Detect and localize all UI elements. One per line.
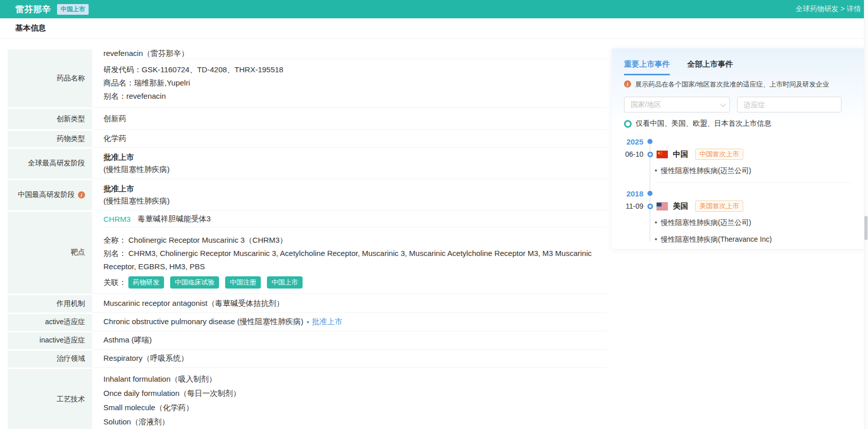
row-label: 创新类型	[8, 109, 92, 129]
breadcrumb[interactable]: 全球药物研发 > 详情	[796, 5, 861, 14]
year-dot-icon	[647, 139, 653, 144]
launch-timeline: 2025 06-10 中国 中国首次上市	[624, 136, 853, 244]
table-row-active-indication: active适应症 Chronic obstructive pulmonary …	[8, 313, 607, 331]
events-hint-text: 展示药品在各个国家/地区首次批准的适应症、上市时间及研发企业	[635, 80, 829, 89]
radio-label: 仅看中国、美国、欧盟、日本首次上市信息	[636, 119, 771, 128]
timeline-group-china: 2025 06-10 中国 中国首次上市	[624, 136, 853, 183]
row-label: 靶点	[8, 212, 92, 294]
row-label: active适应症	[8, 314, 92, 331]
innovation-type-value: 创新药	[92, 108, 607, 130]
timeline-item-text: 慢性阻塞性肺疾病(迈兰公司)	[661, 165, 751, 176]
timeline-date: 11-09	[624, 202, 643, 210]
indication-filter-input[interactable]	[737, 97, 842, 112]
china-flag-icon	[657, 151, 668, 158]
china-listed-badge: 中国上市	[57, 4, 89, 15]
row-label: 药物类型	[8, 131, 92, 147]
info-icon: i	[624, 80, 631, 88]
drug-alias: 别名：revefenacin	[103, 90, 607, 103]
technology-item: Solution（溶液剂）	[103, 415, 607, 429]
basic-info-table: 药品名称 revefenacin（雷芬那辛） 研发代码：GSK-1160724、…	[8, 48, 607, 429]
events-tabs: 重要上市事件 全部上市事件	[624, 60, 853, 75]
bullet-icon: •	[655, 165, 657, 176]
timeline-year: 2025	[624, 137, 643, 146]
first-launch-badge: 中国首次上市	[695, 149, 743, 160]
inactive-indication-value: Asthma (哮喘)	[92, 331, 607, 350]
timeline-item: • 慢性阻塞性肺疾病(迈兰公司)	[655, 217, 853, 227]
tab-important-events[interactable]: 重要上市事件	[624, 60, 670, 75]
relation-tag[interactable]: 中国临床试验	[170, 276, 219, 289]
row-label: 全球最高研发阶段	[8, 149, 92, 179]
tab-all-events[interactable]: 全部上市事件	[687, 60, 733, 75]
row-label-text: 中国最高研发阶段	[18, 190, 75, 199]
moa-value: Muscarinic receptor antagonist（毒蕈碱受体拮抗剂）	[92, 294, 607, 313]
approved-status-link[interactable]: 批准上市	[312, 317, 342, 327]
relation-tag[interactable]: 药物研发	[128, 276, 164, 289]
row-label: inactive适应症	[8, 332, 92, 349]
country-region-select[interactable]: 国家/地区	[624, 97, 730, 112]
target-gene-link[interactable]: CHRM3	[103, 215, 130, 223]
bullet-icon: •	[655, 217, 657, 227]
table-row-drug-name: 药品名称 revefenacin（雷芬那辛） 研发代码：GSK-1160724、…	[8, 48, 607, 108]
bullet-separator: •	[307, 318, 309, 326]
top-header-bar: 雷芬那辛 中国上市 全球药物研发 > 详情	[0, 0, 868, 18]
active-indication-value: Chronic obstructive pulmonary disease (慢…	[103, 317, 304, 327]
therapy-area-value: Respiratory（呼吸系统）	[92, 350, 607, 368]
year-dot-icon	[647, 191, 653, 196]
timeline-item-text: 慢性阻塞性肺疾病(Theravance Inc)	[661, 234, 772, 244]
technology-item: Once daily formulation（每日一次制剂）	[103, 386, 607, 401]
target-alias-key: 别名：	[103, 249, 126, 258]
timeline-date: 06-10	[624, 150, 643, 158]
target-alias-value: CHRM3, Cholinergic Receptor Muscarinic 3…	[103, 249, 592, 271]
table-row-innovation-type: 创新类型 创新药	[8, 108, 607, 130]
timeline-country: 美国	[673, 202, 688, 211]
row-label: 工艺技术	[8, 369, 92, 429]
timeline-group-usa: 2018 11-09	[624, 188, 853, 244]
table-row-drug-type: 药物类型 化学药	[8, 130, 607, 148]
table-row-technology: 工艺技术 Inhalant formulation（吸入制剂） Once dai…	[8, 368, 607, 429]
timeline-item-text: 慢性阻塞性肺疾病(迈兰公司)	[661, 217, 751, 227]
drug-primary-name: revefenacin（雷芬那辛）	[103, 48, 607, 59]
market-events-panel: 重要上市事件 全部上市事件 i 展示药品在各个国家/地区首次批准的适应症、上市时…	[612, 48, 865, 249]
china-stage-value: 批准上市	[103, 183, 607, 195]
drug-detail-page: 雷芬那辛 中国上市 全球药物研发 > 详情 基本信息 药品名称 revefena…	[0, 0, 868, 429]
date-dot-icon	[647, 204, 653, 209]
drug-type-value: 化学药	[92, 130, 607, 148]
drug-trade-name: 商品名：瑞维那新,Yupelri	[103, 76, 607, 90]
target-fullname-key: 全称：	[103, 236, 126, 244]
row-label: 中国最高研发阶段 i	[8, 180, 92, 210]
technology-item: Small molecule（化学药）	[103, 401, 607, 415]
events-filters: 国家/地区	[624, 97, 853, 112]
row-label: 药品名称	[8, 49, 92, 107]
global-stage-indication: (慢性阻塞性肺疾病)	[103, 163, 607, 176]
china-stage-indication: (慢性阻塞性肺疾病)	[103, 195, 607, 207]
relation-tag[interactable]: 中国上市	[267, 276, 303, 289]
country-region-placeholder: 国家/地区	[631, 100, 720, 109]
table-row-target: 靶点 CHRM3 毒蕈碱祥胆碱能受体3 全称：Cholinergic Recep…	[8, 211, 607, 294]
section-title: 基本信息	[15, 23, 46, 33]
first-launch-badge: 美国首次上市	[695, 201, 743, 212]
usa-flag-icon	[657, 203, 668, 210]
timeline-divider	[655, 182, 853, 183]
table-row-global-stage: 全球最高研发阶段 批准上市 (慢性阻塞性肺疾病)	[8, 148, 607, 179]
drug-name-title: 雷芬那辛	[15, 4, 51, 15]
timeline-item: • 慢性阻塞性肺疾病(Theravance Inc)	[655, 234, 853, 244]
target-relation-key: 关联：	[103, 278, 126, 288]
chevron-down-icon	[720, 101, 726, 106]
info-icon[interactable]: i	[78, 191, 85, 198]
drug-dev-code: 研发代码：GSK-1160724、TD-4208、THRX-195518	[103, 63, 607, 76]
first-launch-filter: 仅看中国、美国、欧盟、日本首次上市信息	[624, 119, 853, 128]
timeline-item: • 慢性阻塞性肺疾病(迈兰公司)	[655, 165, 853, 176]
bullet-icon: •	[655, 234, 657, 244]
row-label: 作用机制	[8, 295, 92, 312]
relation-tag[interactable]: 中国注册	[225, 276, 261, 289]
table-row-china-stage: 中国最高研发阶段 i 批准上市 (慢性阻塞性肺疾病)	[8, 179, 607, 211]
global-stage-value: 批准上市	[103, 151, 607, 163]
table-row-moa: 作用机制 Muscarinic receptor antagonist（毒蕈碱受…	[8, 294, 607, 313]
table-row-inactive-indication: inactive适应症 Asthma (哮喘)	[8, 331, 607, 350]
scrollbar-track[interactable]	[864, 0, 868, 429]
target-fullname-value: Cholinergic Receptor Muscarinic 3（CHRM3）	[128, 236, 287, 244]
radio-button[interactable]	[624, 120, 632, 128]
technology-item: Inhalant formulation（吸入制剂）	[103, 372, 607, 386]
scrollbar-thumb[interactable]	[864, 216, 867, 240]
date-dot-icon	[647, 152, 653, 157]
